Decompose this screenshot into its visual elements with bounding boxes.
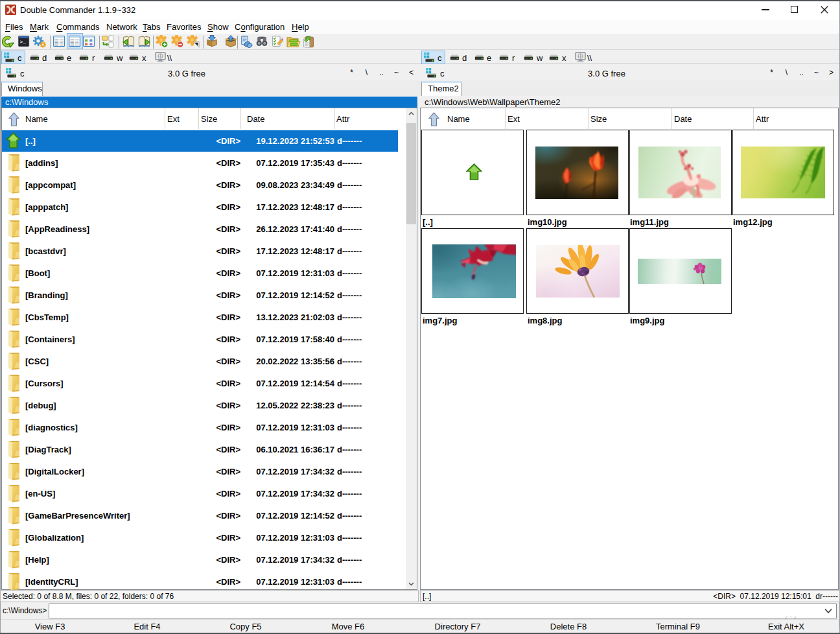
svg-text:>_: >_ [20,39,27,44]
